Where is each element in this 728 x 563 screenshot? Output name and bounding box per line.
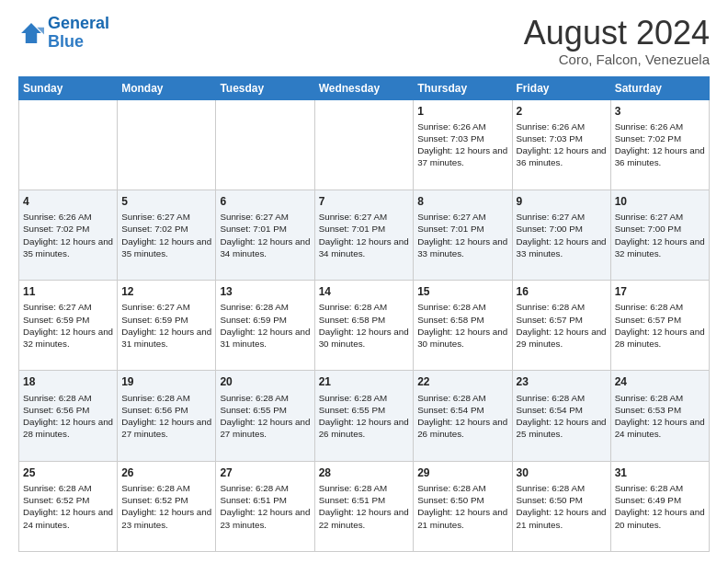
day-number: 3 (615, 104, 705, 119)
day-number: 23 (517, 374, 607, 389)
calendar-cell (19, 99, 118, 190)
calendar-cell: 18Sunrise: 6:28 AMSunset: 6:56 PMDayligh… (19, 371, 118, 461)
weekday-header-row: SundayMondayTuesdayWednesdayThursdayFrid… (19, 76, 710, 99)
calendar-week-2: 4Sunrise: 6:26 AMSunset: 7:02 PMDaylight… (19, 190, 710, 280)
day-number: 25 (23, 465, 113, 480)
day-number: 18 (23, 374, 113, 389)
day-number: 28 (319, 465, 410, 480)
calendar-cell: 23Sunrise: 6:28 AMSunset: 6:54 PMDayligh… (512, 371, 610, 461)
calendar-cell: 20Sunrise: 6:28 AMSunset: 6:55 PMDayligh… (216, 371, 314, 461)
day-number: 17 (615, 284, 705, 299)
weekday-wednesday: Wednesday (314, 76, 414, 99)
day-number: 31 (615, 465, 705, 480)
day-number: 22 (417, 374, 507, 389)
calendar-week-1: 1Sunrise: 6:26 AMSunset: 7:03 PMDaylight… (19, 99, 710, 190)
page: General Blue August 2024 Coro, Falcon, V… (0, 0, 728, 563)
calendar-week-4: 18Sunrise: 6:28 AMSunset: 6:56 PMDayligh… (19, 371, 710, 461)
weekday-sunday: Sunday (19, 76, 118, 99)
calendar-cell: 1Sunrise: 6:26 AMSunset: 7:03 PMDaylight… (414, 99, 512, 190)
calendar-header: SundayMondayTuesdayWednesdayThursdayFrid… (19, 76, 710, 99)
day-info: Sunrise: 6:27 AMSunset: 6:59 PMDaylight:… (121, 301, 211, 350)
day-info: Sunrise: 6:27 AMSunset: 7:01 PMDaylight:… (319, 211, 410, 259)
day-info: Sunrise: 6:28 AMSunset: 6:52 PMDaylight:… (23, 482, 113, 531)
calendar-cell: 2Sunrise: 6:26 AMSunset: 7:03 PMDaylight… (512, 99, 610, 190)
day-info: Sunrise: 6:28 AMSunset: 6:51 PMDaylight:… (220, 482, 310, 531)
svg-marker-0 (21, 23, 41, 43)
calendar-body: 1Sunrise: 6:26 AMSunset: 7:03 PMDaylight… (19, 99, 710, 551)
day-info: Sunrise: 6:28 AMSunset: 6:50 PMDaylight:… (517, 482, 607, 531)
calendar: SundayMondayTuesdayWednesdayThursdayFrid… (18, 76, 710, 552)
day-info: Sunrise: 6:28 AMSunset: 6:55 PMDaylight:… (220, 392, 310, 441)
logo-line2: Blue (48, 32, 84, 51)
day-info: Sunrise: 6:28 AMSunset: 6:56 PMDaylight:… (121, 392, 211, 441)
calendar-cell: 5Sunrise: 6:27 AMSunset: 7:02 PMDaylight… (118, 190, 216, 280)
calendar-cell: 30Sunrise: 6:28 AMSunset: 6:50 PMDayligh… (512, 461, 610, 551)
header: General Blue August 2024 Coro, Falcon, V… (18, 15, 710, 67)
day-info: Sunrise: 6:27 AMSunset: 7:02 PMDaylight:… (121, 211, 211, 259)
calendar-cell: 26Sunrise: 6:28 AMSunset: 6:52 PMDayligh… (118, 461, 216, 551)
logo-icon (18, 20, 44, 46)
day-info: Sunrise: 6:28 AMSunset: 6:51 PMDaylight:… (319, 482, 410, 531)
weekday-tuesday: Tuesday (216, 76, 314, 99)
day-number: 20 (220, 374, 310, 389)
day-info: Sunrise: 6:26 AMSunset: 7:03 PMDaylight:… (517, 121, 607, 169)
day-info: Sunrise: 6:26 AMSunset: 7:02 PMDaylight:… (615, 121, 705, 169)
calendar-cell: 3Sunrise: 6:26 AMSunset: 7:02 PMDaylight… (610, 99, 709, 190)
day-number: 30 (517, 465, 607, 480)
calendar-cell (216, 99, 314, 190)
calendar-cell: 10Sunrise: 6:27 AMSunset: 7:00 PMDayligh… (610, 190, 709, 280)
day-info: Sunrise: 6:28 AMSunset: 6:55 PMDaylight:… (319, 392, 410, 441)
day-info: Sunrise: 6:27 AMSunset: 7:01 PMDaylight:… (220, 211, 310, 259)
day-number: 2 (517, 104, 607, 119)
calendar-cell: 28Sunrise: 6:28 AMSunset: 6:51 PMDayligh… (314, 461, 414, 551)
day-number: 24 (615, 374, 705, 389)
calendar-week-3: 11Sunrise: 6:27 AMSunset: 6:59 PMDayligh… (19, 281, 710, 371)
title-block: August 2024 Coro, Falcon, Venezuela (524, 15, 710, 67)
day-info: Sunrise: 6:28 AMSunset: 6:58 PMDaylight:… (319, 301, 410, 350)
calendar-cell: 24Sunrise: 6:28 AMSunset: 6:53 PMDayligh… (610, 371, 709, 461)
day-number: 14 (319, 284, 410, 299)
main-title: August 2024 (524, 15, 710, 52)
day-number: 12 (121, 284, 211, 299)
day-number: 11 (23, 284, 113, 299)
day-info: Sunrise: 6:27 AMSunset: 7:01 PMDaylight:… (417, 211, 507, 259)
calendar-cell: 21Sunrise: 6:28 AMSunset: 6:55 PMDayligh… (314, 371, 414, 461)
calendar-cell: 13Sunrise: 6:28 AMSunset: 6:59 PMDayligh… (216, 281, 314, 371)
day-info: Sunrise: 6:26 AMSunset: 7:03 PMDaylight:… (417, 121, 507, 169)
logo: General Blue (18, 15, 109, 52)
day-info: Sunrise: 6:27 AMSunset: 7:00 PMDaylight:… (615, 211, 705, 259)
logo-text: General Blue (48, 15, 109, 52)
calendar-cell: 4Sunrise: 6:26 AMSunset: 7:02 PMDaylight… (19, 190, 118, 280)
day-number: 9 (517, 194, 607, 209)
day-number: 1 (417, 104, 507, 119)
day-number: 19 (121, 374, 211, 389)
calendar-cell: 11Sunrise: 6:27 AMSunset: 6:59 PMDayligh… (19, 281, 118, 371)
calendar-cell: 29Sunrise: 6:28 AMSunset: 6:50 PMDayligh… (414, 461, 512, 551)
day-number: 6 (220, 194, 310, 209)
day-info: Sunrise: 6:27 AMSunset: 6:59 PMDaylight:… (23, 301, 113, 350)
calendar-cell (118, 99, 216, 190)
day-number: 15 (417, 284, 507, 299)
calendar-cell: 14Sunrise: 6:28 AMSunset: 6:58 PMDayligh… (314, 281, 414, 371)
day-info: Sunrise: 6:28 AMSunset: 6:57 PMDaylight:… (615, 301, 705, 350)
weekday-thursday: Thursday (414, 76, 512, 99)
calendar-cell: 22Sunrise: 6:28 AMSunset: 6:54 PMDayligh… (414, 371, 512, 461)
day-info: Sunrise: 6:28 AMSunset: 6:56 PMDaylight:… (23, 392, 113, 441)
logo-line1: General (48, 14, 109, 32)
weekday-monday: Monday (118, 76, 216, 99)
day-info: Sunrise: 6:28 AMSunset: 6:59 PMDaylight:… (220, 301, 310, 350)
day-number: 8 (417, 194, 507, 209)
day-info: Sunrise: 6:28 AMSunset: 6:54 PMDaylight:… (417, 392, 507, 441)
weekday-friday: Friday (512, 76, 610, 99)
calendar-cell: 17Sunrise: 6:28 AMSunset: 6:57 PMDayligh… (610, 281, 709, 371)
calendar-cell: 27Sunrise: 6:28 AMSunset: 6:51 PMDayligh… (216, 461, 314, 551)
day-info: Sunrise: 6:28 AMSunset: 6:57 PMDaylight:… (517, 301, 607, 350)
day-info: Sunrise: 6:28 AMSunset: 6:54 PMDaylight:… (517, 392, 607, 441)
calendar-cell: 15Sunrise: 6:28 AMSunset: 6:58 PMDayligh… (414, 281, 512, 371)
day-number: 27 (220, 465, 310, 480)
calendar-cell (314, 99, 414, 190)
day-info: Sunrise: 6:28 AMSunset: 6:53 PMDaylight:… (615, 392, 705, 441)
day-number: 16 (517, 284, 607, 299)
day-info: Sunrise: 6:28 AMSunset: 6:49 PMDaylight:… (615, 482, 705, 531)
day-number: 10 (615, 194, 705, 209)
